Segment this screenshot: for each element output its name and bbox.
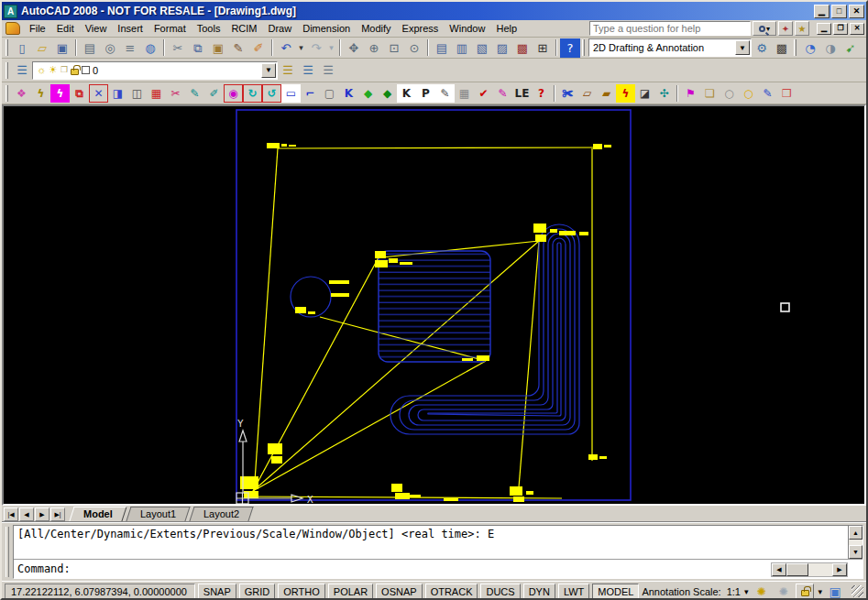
- snap-toggle[interactable]: SNAP: [198, 584, 236, 599]
- search-button[interactable]: ▾: [753, 21, 776, 36]
- otrack-toggle[interactable]: OTRACK: [425, 584, 478, 599]
- layer-properties-manager-button[interactable]: ☰: [12, 60, 32, 80]
- make-object-layer-current-button[interactable]: ☰: [278, 60, 298, 80]
- match-properties-button[interactable]: ✎: [228, 38, 248, 58]
- chevron-down-icon[interactable]: ▼: [735, 40, 750, 55]
- rcim-icon-4[interactable]: ⧉: [70, 84, 89, 103]
- menu-tools[interactable]: Tools: [192, 21, 226, 36]
- dyn-toggle[interactable]: DYN: [523, 584, 555, 599]
- rcim-icon-31[interactable]: ▰: [597, 84, 616, 103]
- toolbar-grip[interactable]: [5, 85, 8, 102]
- maximize-button[interactable]: □: [831, 5, 847, 18]
- menu-insert[interactable]: Insert: [112, 21, 148, 36]
- layer-vp-freeze-icon[interactable]: ❐: [60, 66, 68, 74]
- rcim-icon-20[interactable]: ◆: [378, 84, 397, 103]
- tab-model[interactable]: Model: [69, 507, 126, 521]
- plot-button[interactable]: ▤: [80, 38, 100, 58]
- minimize-button[interactable]: ▁: [814, 5, 830, 18]
- save-button[interactable]: ▣: [52, 38, 72, 58]
- tab-layout1[interactable]: Layout1: [126, 507, 190, 521]
- rcim-icon-18[interactable]: K: [339, 84, 358, 103]
- drawing-canvas[interactable]: Y X: [2, 104, 866, 506]
- designcenter-button[interactable]: ▥: [452, 38, 472, 58]
- constrained-orbit-button[interactable]: ◔: [800, 38, 820, 58]
- ducs-toggle[interactable]: DUCS: [480, 584, 520, 599]
- layer-combo[interactable]: ☼ ☀ ❐ 0 ▼: [32, 61, 278, 80]
- toolbar-grip[interactable]: [794, 39, 797, 56]
- sheet-set-manager-button[interactable]: ▨: [492, 38, 512, 58]
- command-vscrollbar[interactable]: ▲ ▼: [848, 526, 863, 559]
- rcim-icon-14[interactable]: ↺: [262, 84, 281, 103]
- workspace-settings-button[interactable]: ⚙: [752, 38, 772, 58]
- workspace-combo[interactable]: 2D Drafting & Annotation ▼: [588, 38, 752, 57]
- osnap-toggle[interactable]: OSNAP: [376, 584, 423, 599]
- close-button[interactable]: ✕: [849, 5, 864, 18]
- rcim-icon-1[interactable]: ❖: [12, 84, 31, 103]
- rcim-icon-36[interactable]: ❏: [700, 84, 720, 103]
- menu-modify[interactable]: Modify: [356, 21, 396, 36]
- rcim-icon-22[interactable]: P: [416, 84, 435, 103]
- chevron-down-icon[interactable]: ▼: [261, 63, 276, 78]
- layer-previous-button[interactable]: ☰: [298, 60, 318, 80]
- polar-toggle[interactable]: POLAR: [328, 584, 373, 599]
- rcim-icon-8[interactable]: ▦: [147, 84, 166, 103]
- zoom-window-button[interactable]: ⊡: [384, 38, 404, 58]
- zoom-previous-button[interactable]: ⊙: [404, 38, 424, 58]
- toolbar-grip[interactable]: [5, 62, 8, 79]
- tool-palettes-button[interactable]: ▧: [472, 38, 492, 58]
- rcim-icon-23[interactable]: ✎: [435, 84, 455, 103]
- quickcalc-button[interactable]: ⊞: [533, 38, 553, 58]
- rcim-icon-9[interactable]: ✂: [166, 84, 185, 103]
- free-orbit-button[interactable]: ◑: [820, 38, 841, 58]
- open-button[interactable]: ▱: [32, 38, 52, 58]
- redo-button[interactable]: ↷: [306, 38, 326, 58]
- rcim-icon-28[interactable]: ?: [532, 84, 551, 103]
- mdi-close-button[interactable]: ✕: [850, 23, 864, 35]
- layer-on-icon[interactable]: ☼: [37, 65, 46, 75]
- rcim-icon-40[interactable]: ❒: [777, 84, 797, 103]
- command-window-grip[interactable]: [5, 527, 9, 577]
- grid-toggle[interactable]: GRID: [239, 584, 276, 599]
- rcim-icon-25[interactable]: ✔: [474, 84, 493, 103]
- model-toggle[interactable]: MODEL: [592, 584, 639, 599]
- menu-view[interactable]: View: [80, 21, 113, 36]
- rcim-icon-15[interactable]: ▭: [281, 84, 301, 103]
- rcim-icon-12[interactable]: ◉: [224, 84, 243, 103]
- copy-button[interactable]: ⧉: [188, 38, 208, 58]
- layer-color-swatch[interactable]: [82, 66, 90, 74]
- rcim-icon-30[interactable]: ▱: [577, 84, 597, 103]
- command-history[interactable]: [All/Center/Dynamic/Extents/Previous/Sca…: [14, 526, 863, 560]
- coordinates-readout[interactable]: 17.22122112, 6.07987394, 0.00000000: [5, 584, 195, 599]
- rcim-icon-16[interactable]: ⌐: [301, 84, 320, 103]
- menu-help[interactable]: Help: [490, 21, 522, 36]
- rcim-icon-26[interactable]: ✎: [493, 84, 512, 103]
- hatch-brush-button[interactable]: ✐: [248, 38, 269, 58]
- continuous-orbit-button[interactable]: ➹: [841, 38, 861, 58]
- publish-button[interactable]: ≡: [120, 38, 140, 58]
- help-search-input[interactable]: [589, 21, 751, 36]
- menu-express[interactable]: Express: [397, 21, 445, 36]
- cut-button[interactable]: ✂: [168, 38, 188, 58]
- pan-button[interactable]: ✥: [344, 38, 364, 58]
- mdi-minimize-button[interactable]: ▁: [817, 23, 831, 35]
- rcim-icon-17[interactable]: ▢: [320, 84, 339, 103]
- menu-window[interactable]: Window: [444, 21, 490, 36]
- app-icon[interactable]: [5, 22, 20, 35]
- tab-layout2[interactable]: Layout2: [189, 507, 253, 521]
- rcim-icon-11[interactable]: ✐: [204, 84, 224, 103]
- annotation-scale-dropdown-icon[interactable]: ▾: [744, 587, 749, 596]
- scroll-up-button[interactable]: ▲: [849, 526, 863, 540]
- tab-next-button[interactable]: ▶: [35, 507, 49, 521]
- scroll-left-button[interactable]: ◀: [772, 563, 786, 576]
- rcim-icon-38[interactable]: ○: [739, 84, 758, 103]
- rcim-icon-10[interactable]: ✎: [185, 84, 204, 103]
- menu-file[interactable]: File: [24, 21, 51, 36]
- annotation-visibility-button[interactable]: ✺: [752, 584, 770, 599]
- undo-button[interactable]: ↶: [276, 38, 296, 58]
- zoom-realtime-button[interactable]: ⊕: [364, 38, 384, 58]
- clean-screen-button[interactable]: ▣: [826, 584, 844, 599]
- toolbar-grip[interactable]: [582, 39, 585, 56]
- scroll-right-button[interactable]: ▶: [832, 563, 847, 576]
- undo-dropdown[interactable]: ▾: [296, 38, 306, 58]
- annotation-lock-button[interactable]: [796, 584, 814, 599]
